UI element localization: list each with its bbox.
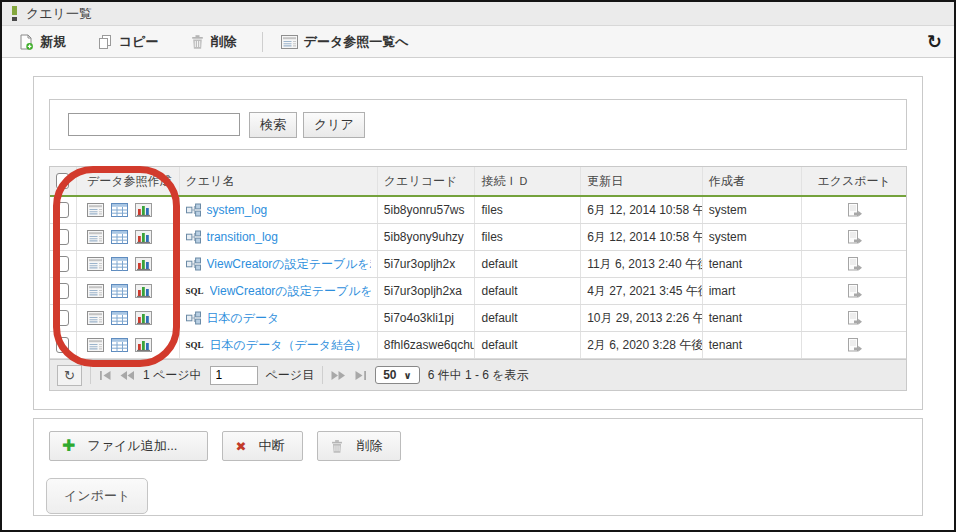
- delete-button-label: 削除: [211, 33, 237, 51]
- page-number-input[interactable]: [210, 366, 258, 385]
- query-name-cell: transition_log: [180, 224, 378, 250]
- page-title: クエリ一覧: [26, 5, 92, 23]
- last-page-icon[interactable]: [354, 371, 367, 380]
- row-checkbox[interactable]: [56, 310, 69, 326]
- data-ref-list-icon[interactable]: [87, 230, 104, 244]
- data-ref-chart-icon[interactable]: [135, 311, 152, 325]
- export-icon[interactable]: [846, 230, 863, 245]
- author: system: [703, 224, 803, 250]
- query-code: 5i7ur3opljh2xa: [378, 278, 476, 304]
- data-ref-create-cell: [77, 251, 180, 277]
- export-icon[interactable]: [846, 284, 863, 299]
- page-suffix-label: ページ目: [266, 367, 315, 384]
- export-icon[interactable]: [846, 257, 863, 272]
- query-name-link[interactable]: ViewCreatorの設定テーブルを利: [210, 283, 371, 300]
- data-ref-table-icon[interactable]: [111, 311, 128, 325]
- header-author: 作成者: [703, 167, 803, 195]
- new-button-label: 新規: [40, 33, 66, 51]
- copy-button[interactable]: コピー: [89, 29, 167, 55]
- pager-separator: [322, 366, 323, 384]
- row-checkbox[interactable]: [56, 202, 69, 218]
- data-ref-table-icon[interactable]: [111, 284, 128, 298]
- row-checkbox[interactable]: [56, 337, 69, 353]
- row-checkbox-cell: [50, 224, 77, 250]
- query-name-cell: SQL ViewCreatorの設定テーブルを利: [180, 278, 378, 304]
- query-name-link[interactable]: ViewCreatorの設定テーブルを利: [207, 256, 371, 273]
- query-code: 5i7o4o3kli1pj: [378, 305, 476, 331]
- query-name-link[interactable]: 日本のデータ（データ結合）: [210, 337, 367, 354]
- query-name-link[interactable]: transition_log: [207, 230, 278, 244]
- connection-id: files: [475, 224, 581, 250]
- export-icon[interactable]: [846, 311, 863, 326]
- copy-button-label: コピー: [119, 33, 159, 51]
- data-ref-list-icon[interactable]: [87, 284, 104, 298]
- data-ref-chart-icon[interactable]: [135, 203, 152, 217]
- header-checkbox-cell: [50, 167, 77, 195]
- export-icon[interactable]: [846, 203, 863, 218]
- updated-date: 11月 6, 2013 2:40 午後: [581, 251, 703, 277]
- export-cell: [802, 197, 906, 223]
- data-ref-table-icon[interactable]: [111, 203, 128, 217]
- header-export: エクスポート: [802, 167, 906, 195]
- header-query-name: クエリ名: [180, 167, 378, 195]
- query-name-link[interactable]: system_log: [207, 203, 268, 217]
- first-page-icon[interactable]: [99, 371, 112, 380]
- data-ref-list-icon[interactable]: [87, 311, 104, 325]
- updated-date: 10月 29, 2013 2:26 午後: [581, 305, 703, 331]
- data-ref-list-icon[interactable]: [87, 203, 104, 217]
- refresh-icon[interactable]: ↻: [927, 33, 942, 51]
- table-row: 日本のデータ 5i7o4o3kli1pj default 10月 29, 201…: [50, 305, 906, 332]
- query-code: 5i7ur3opljh2x: [378, 251, 476, 277]
- connection-id: default: [475, 305, 581, 331]
- row-checkbox[interactable]: [56, 229, 69, 245]
- data-ref-chart-icon[interactable]: [135, 257, 152, 271]
- row-checkbox-cell: [50, 278, 77, 304]
- delete-files-button[interactable]: 削除: [317, 431, 401, 461]
- data-ref-create-cell: [77, 332, 180, 358]
- export-cell: [802, 332, 906, 358]
- query-name-link[interactable]: 日本のデータ: [207, 310, 280, 327]
- import-button[interactable]: インポート: [46, 478, 148, 514]
- data-ref-list-icon[interactable]: [87, 257, 104, 271]
- data-ref-create-cell: [77, 305, 180, 331]
- row-checkbox-cell: [50, 197, 77, 223]
- updated-date: 6月 12, 2014 10:58 午前: [581, 197, 703, 223]
- table-header-row: データ参照作成 クエリ名 クエリコード 接続ＩＤ 更新日 作成者 エクスポート: [50, 167, 906, 197]
- delete-files-label: 削除: [356, 437, 382, 455]
- search-input[interactable]: [68, 113, 240, 136]
- connection-id: default: [475, 278, 581, 304]
- table-row: ViewCreatorの設定テーブルを利 5i7ur3opljh2x defau…: [50, 251, 906, 278]
- data-ref-table-icon[interactable]: [111, 257, 128, 271]
- clear-button[interactable]: クリア: [303, 112, 365, 138]
- new-button[interactable]: 新規: [10, 29, 74, 55]
- query-type-diagram-icon: [186, 311, 201, 325]
- row-checkbox[interactable]: [56, 283, 69, 299]
- prev-page-icon[interactable]: [120, 371, 135, 380]
- delete-button[interactable]: 削除: [182, 29, 245, 55]
- search-button[interactable]: 検索: [249, 112, 297, 138]
- data-reference-list-button[interactable]: データ参照一覧へ: [273, 29, 417, 55]
- data-ref-create-cell: [77, 224, 180, 250]
- data-ref-table-icon[interactable]: [111, 230, 128, 244]
- page-size-select[interactable]: 50 ∨: [375, 366, 419, 384]
- abort-button[interactable]: ✖ 中断: [222, 431, 303, 461]
- data-ref-chart-icon[interactable]: [135, 230, 152, 244]
- data-ref-chart-icon[interactable]: [135, 338, 152, 352]
- chevron-down-icon: ∨: [404, 370, 412, 381]
- row-checkbox[interactable]: [56, 256, 69, 272]
- export-cell: [802, 224, 906, 250]
- export-icon[interactable]: [846, 338, 863, 353]
- data-ref-table-icon[interactable]: [111, 338, 128, 352]
- select-all-checkbox[interactable]: [56, 173, 69, 189]
- data-ref-list-icon[interactable]: [87, 338, 104, 352]
- data-ref-chart-icon[interactable]: [135, 284, 152, 298]
- add-file-button[interactable]: ✚ ファイル追加...: [49, 431, 208, 461]
- toolbar-separator: [262, 32, 263, 52]
- new-document-icon: [18, 34, 34, 50]
- x-icon: ✖: [235, 440, 246, 453]
- pager-refresh-button[interactable]: ↻: [57, 365, 82, 386]
- import-panel: ✚ ファイル追加... ✖ 中断 削除 インポート: [33, 418, 923, 516]
- next-page-icon[interactable]: [331, 371, 346, 380]
- copy-icon: [97, 34, 113, 50]
- connection-id: default: [475, 332, 581, 358]
